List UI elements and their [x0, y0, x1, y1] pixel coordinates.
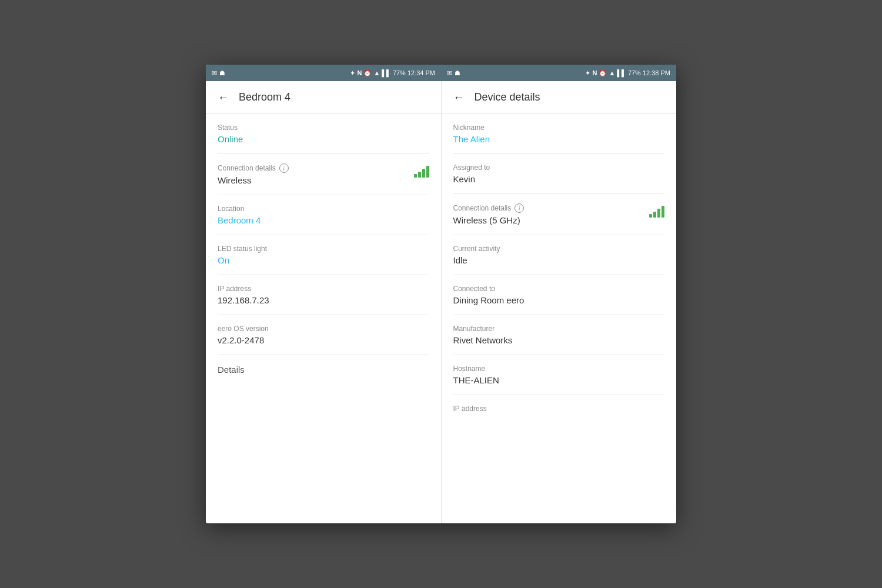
ip-address-row: IP address 192.168.7.23	[218, 275, 429, 315]
left-back-button[interactable]: ←	[218, 91, 229, 104]
n-icon-right: N	[592, 69, 597, 76]
panels: ← Bedroom 4 Status Online Connection det…	[206, 81, 676, 523]
signal-icon-left: ▌▌	[382, 69, 391, 76]
signal-bar-4	[426, 166, 429, 178]
n-icon-left: N	[357, 69, 362, 76]
current-activity-label: Current activity	[453, 245, 665, 253]
eero-os-row: eero OS version v2.2.0-2478	[218, 315, 429, 355]
right-signal-bar-2	[653, 212, 656, 218]
right-panel-title: Device details	[475, 91, 540, 103]
right-connection-label: Connection details i	[453, 203, 524, 213]
bluetooth-icon-right: ✦	[585, 69, 590, 77]
notification-icon-right: ✉	[447, 69, 452, 77]
location-value[interactable]: Bedroom 4	[218, 215, 429, 225]
alarm-icon-right: ⏰	[599, 69, 607, 77]
right-panel-header: ← Device details	[442, 81, 677, 114]
right-detail-section: Nickname The Alien Assigned to Kevin Con…	[442, 114, 677, 425]
time-right: 12:38 PM	[643, 69, 670, 76]
right-signal-bar-1	[649, 214, 652, 218]
wifi-icon-left: ▲	[373, 69, 380, 76]
left-detail-section: Status Online Connection details i Wirel…	[206, 114, 441, 384]
signal-bar-2	[418, 172, 421, 178]
bluetooth-icon-left: ✦	[350, 69, 355, 77]
nickname-row: Nickname The Alien	[453, 114, 665, 154]
connected-to-row: Connected to Dining Room eero	[453, 275, 665, 315]
right-ip-address-row: IP address	[453, 395, 665, 425]
status-bar-right: ✉ ☗ ✦ N ⏰ ▲ ▌▌ 77% 12:38 PM	[441, 69, 676, 77]
hostname-label: Hostname	[453, 365, 665, 373]
details-heading: Details	[218, 365, 429, 375]
right-signal-bar-3	[657, 209, 660, 218]
signal-bars-right	[649, 203, 664, 218]
led-row: LED status light On	[218, 235, 429, 275]
status-label: Status	[218, 123, 429, 132]
left-panel-title: Bedroom 4	[239, 91, 290, 103]
right-signal-bar-4	[662, 206, 664, 218]
connected-to-label: Connected to	[453, 285, 665, 293]
right-connection-value: Wireless (5 GHz)	[453, 215, 524, 225]
ip-address-label: IP address	[218, 285, 429, 293]
status-row: Status Online	[218, 114, 429, 154]
right-connection-content: Connection details i Wireless (5 GHz)	[453, 203, 665, 225]
right-connection-text: Connection details i Wireless (5 GHz)	[453, 203, 524, 225]
battery-right: 77%	[628, 69, 641, 76]
eero-os-label: eero OS version	[218, 325, 429, 333]
nickname-label: Nickname	[453, 123, 665, 132]
hostname-value: THE-ALIEN	[453, 375, 665, 385]
image-icon-left: ☗	[219, 69, 225, 77]
status-bar: ✉ ☗ ✦ N ⏰ ▲ ▌▌ 77% 12:34 PM ✉ ☗ ✦ N ⏰ ▲ …	[206, 65, 676, 81]
status-icons-right: ✦ N ⏰ ▲ ▌▌ 77% 12:38 PM	[585, 69, 670, 77]
nickname-value: The Alien	[453, 134, 665, 144]
status-bar-left: ✉ ☗ ✦ N ⏰ ▲ ▌▌ 77% 12:34 PM	[206, 69, 441, 77]
device-frame: ✉ ☗ ✦ N ⏰ ▲ ▌▌ 77% 12:34 PM ✉ ☗ ✦ N ⏰ ▲ …	[206, 65, 676, 523]
right-ip-address-label: IP address	[453, 405, 665, 413]
connection-info-icon[interactable]: i	[279, 163, 289, 173]
current-activity-row: Current activity Idle	[453, 235, 665, 275]
status-value: Online	[218, 134, 429, 144]
assigned-to-row: Assigned to Kevin	[453, 154, 665, 194]
right-panel: ← Device details Nickname The Alien Assi…	[442, 81, 677, 523]
location-label: Location	[218, 205, 429, 213]
connection-details-content: Connection details i Wireless	[218, 163, 429, 185]
assigned-to-value: Kevin	[453, 174, 665, 184]
connection-details-text: Connection details i Wireless	[218, 163, 289, 185]
right-connection-row: Connection details i Wireless (5 GHz)	[453, 194, 665, 235]
signal-bars-left	[414, 163, 429, 178]
ip-address-value: 192.168.7.23	[218, 295, 429, 305]
signal-bar-1	[414, 174, 417, 178]
image-icon-right: ☗	[455, 69, 460, 77]
signal-bar-3	[422, 169, 425, 178]
eero-os-value: v2.2.0-2478	[218, 335, 429, 345]
left-panel: ← Bedroom 4 Status Online Connection det…	[206, 81, 442, 523]
notification-icon-left: ✉	[212, 69, 217, 77]
status-icons-left: ✦ N ⏰ ▲ ▌▌ 77% 12:34 PM	[350, 69, 435, 77]
connection-details-label: Connection details i	[218, 163, 289, 173]
manufacturer-row: Manufacturer Rivet Networks	[453, 315, 665, 355]
time-left: 12:34 PM	[407, 69, 435, 76]
led-label: LED status light	[218, 245, 429, 253]
assigned-to-label: Assigned to	[453, 163, 665, 172]
alarm-icon-left: ⏰	[363, 69, 372, 77]
details-heading-row: Details	[218, 355, 429, 384]
manufacturer-label: Manufacturer	[453, 325, 665, 333]
connection-details-value: Wireless	[218, 175, 289, 185]
connection-details-row: Connection details i Wireless	[218, 154, 429, 195]
location-row: Location Bedroom 4	[218, 195, 429, 235]
signal-icon-right: ▌▌	[617, 69, 626, 76]
left-panel-header: ← Bedroom 4	[206, 81, 441, 114]
battery-left: 77%	[393, 69, 406, 76]
right-connection-info-icon[interactable]: i	[514, 203, 524, 213]
connected-to-value: Dining Room eero	[453, 295, 665, 305]
wifi-icon-right: ▲	[609, 69, 615, 76]
hostname-row: Hostname THE-ALIEN	[453, 355, 665, 395]
manufacturer-value: Rivet Networks	[453, 335, 665, 345]
led-value[interactable]: On	[218, 255, 429, 265]
current-activity-value: Idle	[453, 255, 665, 265]
right-back-button[interactable]: ←	[453, 91, 465, 104]
